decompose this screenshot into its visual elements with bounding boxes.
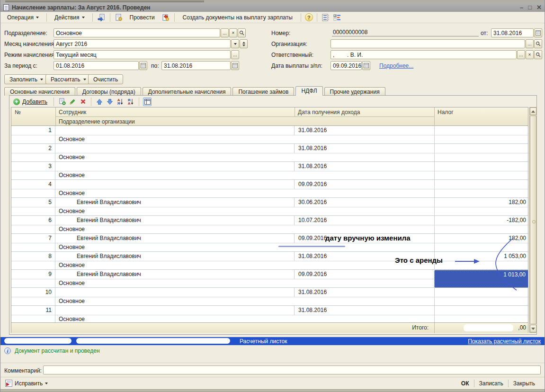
cell-num[interactable]: 3 — [11, 162, 55, 180]
organization-ellipsis-button[interactable]: ... — [526, 39, 534, 48]
month-spinner[interactable] — [240, 39, 248, 48]
cell-num[interactable]: 2 — [11, 144, 55, 162]
cell-num[interactable]: 1 — [11, 126, 55, 144]
cell-tax[interactable] — [434, 126, 528, 144]
cell-tax[interactable] — [434, 180, 528, 198]
cell-tax[interactable] — [434, 306, 528, 322]
cell-employee[interactable] — [55, 180, 295, 189]
fill-button[interactable]: Заполнить — [4, 74, 48, 84]
table-row[interactable]: 1131.08.2016Основное — [11, 306, 528, 322]
pay-date-field[interactable]: 09.09.2016 — [331, 61, 362, 70]
sort-ascending-icon[interactable]: АЯ — [116, 98, 125, 106]
cell-income-date[interactable]: 31.08.2016 — [295, 288, 434, 297]
cell-employee[interactable] — [55, 144, 295, 153]
cell-employee[interactable]: Евгений Владиславович — [55, 270, 295, 279]
doc-date-calendar-button[interactable] — [534, 28, 542, 37]
comment-input[interactable] — [43, 365, 541, 374]
cell-department[interactable]: Основное — [55, 243, 434, 252]
scroll-up-button[interactable] — [530, 107, 536, 115]
cell-income-date[interactable]: 09.09.2016 — [295, 270, 434, 279]
cell-num[interactable]: 9 — [11, 270, 55, 288]
cell-department[interactable]: Основное — [55, 171, 434, 180]
details-link[interactable]: Подробнее... — [379, 62, 413, 69]
post-close-icon[interactable] — [161, 13, 170, 22]
copy-row-icon[interactable] — [58, 98, 66, 106]
cell-department[interactable]: Основное — [55, 315, 434, 322]
mode-field[interactable]: Текущий месяц — [54, 50, 231, 59]
edit-row-icon[interactable] — [68, 98, 77, 106]
post-button[interactable]: Провести — [125, 12, 159, 23]
cell-employee[interactable] — [55, 288, 295, 297]
cell-department[interactable]: Основное — [55, 297, 434, 306]
department-clear-button[interactable]: × — [229, 28, 237, 37]
month-field[interactable]: Август 2016 — [54, 39, 231, 48]
sort-descending-icon[interactable]: ЯА — [126, 98, 135, 106]
cell-employee[interactable]: Евгений Владиславович — [55, 216, 295, 225]
vertical-scrollbar[interactable] — [529, 107, 537, 333]
cell-num[interactable]: 6 — [11, 216, 55, 234]
tab-2[interactable]: Дополнительные начисления — [143, 87, 232, 96]
cell-department[interactable]: Основное — [55, 189, 434, 198]
cell-tax[interactable]: -182,00 — [434, 216, 528, 234]
col-header-income-date[interactable]: Дата получения дохода — [295, 108, 434, 116]
cell-employee[interactable]: Евгений Владиславович — [55, 252, 295, 261]
doc-date-field[interactable]: 31.08.2016 — [491, 28, 534, 37]
cell-employee[interactable]: Евгений Владиславович — [55, 234, 295, 243]
tab-4[interactable]: НДФЛ — [295, 86, 322, 96]
cell-num[interactable]: 10 — [11, 288, 55, 306]
table-row[interactable]: 5Евгений Владиславович30.06.2016182,00Ос… — [11, 198, 528, 216]
fix-button[interactable]: Исправить — [5, 380, 48, 387]
move-down-icon[interactable] — [106, 98, 114, 106]
cell-employee[interactable] — [55, 126, 295, 135]
cell-num[interactable]: 11 — [11, 306, 55, 322]
period-from-calendar-button[interactable] — [139, 61, 147, 70]
tab-1[interactable]: Договоры (подряда) — [77, 87, 141, 96]
department-ellipsis-button[interactable]: ... — [221, 28, 229, 37]
table-row[interactable]: 409.09.2016Основное — [11, 180, 528, 198]
month-dropdown-button[interactable] — [231, 39, 239, 48]
cell-employee[interactable] — [55, 162, 295, 171]
scroll-down-button[interactable] — [530, 325, 536, 332]
number-field[interactable]: 00000000008 — [332, 28, 479, 36]
col-header-employee[interactable]: Сотрудник — [55, 108, 295, 116]
cell-income-date[interactable]: 10.07.2016 — [295, 216, 434, 225]
period-from-field[interactable]: 01.08.2016 — [54, 61, 139, 70]
cell-tax[interactable]: 182,00 — [434, 198, 528, 216]
cell-department[interactable]: Основное — [55, 207, 434, 216]
period-to-calendar-button[interactable] — [231, 61, 239, 70]
cell-income-date[interactable]: 31.08.2016 — [295, 144, 434, 153]
save-icon[interactable] — [97, 13, 106, 22]
cell-income-date[interactable]: 31.08.2016 — [295, 126, 434, 135]
create-payment-docs-button[interactable]: Создать документы на выплату зарплаты — [179, 12, 297, 23]
tab-0[interactable]: Основные начисления — [4, 87, 75, 96]
col-header-department[interactable]: Подразделение организации — [55, 117, 434, 126]
tab-5[interactable]: Прочие удержания — [324, 87, 385, 96]
help-icon[interactable]: ? — [305, 13, 313, 21]
pay-date-calendar-button[interactable] — [362, 61, 370, 70]
post-icon[interactable] — [114, 13, 124, 22]
delete-row-icon[interactable] — [79, 98, 87, 106]
cell-tax[interactable] — [434, 162, 528, 180]
cell-employee[interactable] — [55, 306, 295, 315]
department-field[interactable]: Основное — [54, 28, 220, 37]
cell-department[interactable]: Основное — [55, 135, 434, 144]
cell-num[interactable]: 5 — [11, 198, 55, 216]
ok-button[interactable]: ОК — [456, 379, 474, 388]
table-row[interactable]: 231.08.2016Основное — [11, 144, 528, 162]
cell-tax[interactable] — [434, 144, 528, 162]
show-payslip-link[interactable]: Показать расчетный листок — [468, 338, 541, 345]
cell-num[interactable]: 4 — [11, 180, 55, 198]
cell-employee[interactable]: Евгений Владиславович — [55, 198, 295, 207]
col-header-tax[interactable]: Налог — [434, 108, 529, 116]
cell-income-date[interactable]: 09.09.2016 — [295, 180, 434, 189]
period-to-field[interactable]: 31.08.2016 — [161, 61, 231, 70]
col-header-num[interactable]: № — [11, 108, 55, 116]
minimize-button[interactable]: – — [520, 4, 523, 11]
structure-icon[interactable] — [332, 13, 342, 22]
table-row[interactable]: 331.08.2016Основное — [11, 162, 528, 180]
cell-income-date[interactable]: 31.08.2016 — [295, 162, 434, 171]
organization-magnifier-button[interactable] — [534, 39, 542, 48]
close-button-bottom[interactable]: Закрыть — [509, 379, 540, 388]
department-magnifier-button[interactable] — [238, 28, 246, 37]
maximize-button[interactable]: □ — [528, 4, 532, 11]
